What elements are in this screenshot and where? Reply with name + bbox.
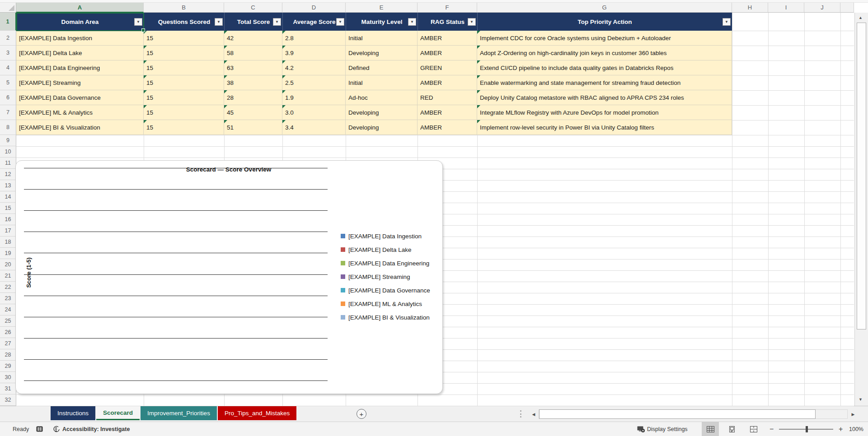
row-header-28[interactable]: 28: [0, 349, 16, 361]
filter-button[interactable]: ▼: [336, 18, 344, 26]
row-header-5[interactable]: 5: [0, 75, 16, 90]
vertical-scroll-thumb[interactable]: [857, 23, 866, 329]
cell-F2[interactable]: AMBER: [418, 31, 477, 46]
cell-B7[interactable]: 15: [144, 105, 224, 120]
header-cell-1[interactable]: Questions Scored: [144, 13, 224, 31]
row-header-12[interactable]: 12: [0, 169, 16, 180]
sheet-tab-improvement_priorities[interactable]: Improvement_Priorities: [141, 406, 217, 420]
header-cell-6[interactable]: Top Priority Action: [477, 13, 732, 31]
row-header-30[interactable]: 30: [0, 372, 16, 383]
cell-C3[interactable]: 58: [224, 46, 282, 60]
row-header-23[interactable]: 23: [0, 293, 16, 304]
zoom-level[interactable]: 100%: [849, 422, 863, 436]
cell-F4[interactable]: GREEN: [418, 60, 477, 75]
cell-B4[interactable]: 15: [144, 60, 224, 75]
row-header-20[interactable]: 20: [0, 259, 16, 270]
row-header-22[interactable]: 22: [0, 282, 16, 293]
cell-G6[interactable]: Deploy Unity Catalog metastore with RBAC…: [477, 90, 732, 105]
row-header-10[interactable]: 10: [0, 146, 16, 158]
accessibility-status[interactable]: Accessibility: Investigate: [62, 422, 130, 436]
cell-D2[interactable]: 2.8: [282, 31, 346, 46]
column-header-I[interactable]: I: [768, 3, 804, 13]
cell-D3[interactable]: 3.9: [282, 46, 346, 60]
vertical-scrollbar[interactable]: ▲ ▼: [854, 13, 868, 406]
row-header-15[interactable]: 15: [0, 203, 16, 214]
display-settings-button[interactable]: Display Settings: [647, 422, 688, 436]
row-header-27[interactable]: 27: [0, 338, 16, 349]
column-header-A[interactable]: A: [16, 3, 144, 13]
row-header-9[interactable]: 9: [0, 135, 16, 146]
column-header-J[interactable]: J: [804, 3, 840, 13]
zoom-slider-thumb[interactable]: [806, 426, 808, 432]
row-header-14[interactable]: 14: [0, 191, 16, 203]
cell-F7[interactable]: AMBER: [418, 105, 477, 120]
normal-view-button[interactable]: [702, 422, 719, 436]
cell-G5[interactable]: Enable watermarking and state management…: [477, 75, 732, 90]
cell-F8[interactable]: AMBER: [418, 120, 477, 135]
cell-E7[interactable]: Developing: [346, 105, 418, 120]
row-header-8[interactable]: 8: [0, 120, 16, 135]
cell-C7[interactable]: 45: [224, 105, 282, 120]
cell-B5[interactable]: 15: [144, 75, 224, 90]
column-header-D[interactable]: D: [282, 3, 346, 13]
select-all-corner[interactable]: [0, 3, 16, 13]
cell-B3[interactable]: 15: [144, 46, 224, 60]
column-header-E[interactable]: E: [346, 3, 418, 13]
cell-E3[interactable]: Developing: [346, 46, 418, 60]
sheet-tab-instructions[interactable]: Instructions: [51, 406, 95, 420]
cell-E2[interactable]: Initial: [346, 31, 418, 46]
cell-F3[interactable]: AMBER: [418, 46, 477, 60]
column-header-C[interactable]: C: [224, 3, 282, 13]
cell-D6[interactable]: 1.9: [282, 90, 346, 105]
filter-button[interactable]: ▼: [468, 18, 476, 26]
page-layout-view-button[interactable]: [723, 422, 741, 436]
cell-C2[interactable]: 42: [224, 31, 282, 46]
row-header-26[interactable]: 26: [0, 327, 16, 338]
cell-C8[interactable]: 51: [224, 120, 282, 135]
row-header-32[interactable]: 32: [0, 394, 16, 406]
cell-E4[interactable]: Defined: [346, 60, 418, 75]
h-scroll-left-icon[interactable]: ◀: [530, 409, 538, 419]
cell-B6[interactable]: 15: [144, 90, 224, 105]
column-header-B[interactable]: B: [144, 3, 224, 13]
cell-E5[interactable]: Initial: [346, 75, 418, 90]
cell-G2[interactable]: Implement CDC for core Oracle systems us…: [477, 31, 732, 46]
row-header-11[interactable]: 11: [0, 158, 16, 169]
macro-record-icon[interactable]: [36, 426, 43, 432]
row-header-29[interactable]: 29: [0, 361, 16, 372]
fill-handle[interactable]: [141, 28, 145, 32]
cell-G7[interactable]: Integrate MLflow Registry with Azure Dev…: [477, 105, 732, 120]
cell-C6[interactable]: 28: [224, 90, 282, 105]
row-header-1[interactable]: 1: [0, 13, 16, 31]
filter-button[interactable]: ▼: [215, 18, 223, 26]
cell-D7[interactable]: 3.0: [282, 105, 346, 120]
cell-C5[interactable]: 38: [224, 75, 282, 90]
row-header-16[interactable]: 16: [0, 214, 16, 225]
tab-scrollbar-grip[interactable]: [519, 409, 522, 418]
scroll-down-icon[interactable]: ▼: [859, 397, 863, 402]
cell-E8[interactable]: Developing: [346, 120, 418, 135]
row-header-31[interactable]: 31: [0, 383, 16, 394]
cell-D8[interactable]: 3.4: [282, 120, 346, 135]
new-sheet-button[interactable]: +: [357, 409, 366, 419]
horizontal-scroll-thumb[interactable]: [539, 409, 816, 419]
row-header-18[interactable]: 18: [0, 237, 16, 248]
page-break-view-button[interactable]: [745, 422, 762, 436]
row-header-25[interactable]: 25: [0, 315, 16, 327]
cell-G3[interactable]: Adopt Z-Ordering on high-cardinality joi…: [477, 46, 732, 60]
sheet-tab-pro_tips_and_mistakes[interactable]: Pro_Tips_and_Mistakes: [218, 406, 296, 420]
zoom-in-button[interactable]: +: [839, 422, 843, 436]
row-header-21[interactable]: 21: [0, 270, 16, 282]
row-header-3[interactable]: 3: [0, 46, 16, 60]
filter-button[interactable]: ▼: [273, 18, 281, 26]
header-cell-4[interactable]: Maturity Level: [346, 13, 418, 31]
column-header-G[interactable]: G: [477, 3, 732, 13]
cell-A5[interactable]: [EXAMPLE] Streaming: [16, 75, 144, 90]
cell-B8[interactable]: 15: [144, 120, 224, 135]
scroll-up-icon[interactable]: ▲: [859, 15, 863, 20]
row-header-17[interactable]: 17: [0, 225, 16, 237]
cell-G8[interactable]: Implement row-level security in Power BI…: [477, 120, 732, 135]
cell-C4[interactable]: 63: [224, 60, 282, 75]
row-header-19[interactable]: 19: [0, 248, 16, 259]
column-header-H[interactable]: H: [732, 3, 768, 13]
